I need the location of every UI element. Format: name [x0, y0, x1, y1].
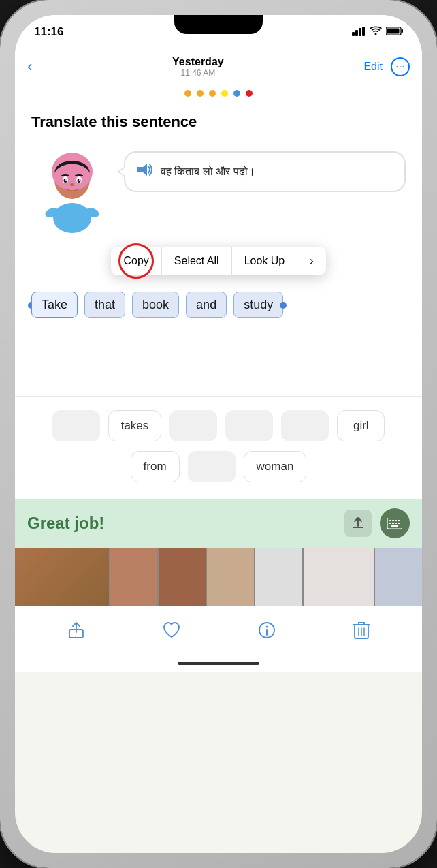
progress-dots — [15, 84, 422, 102]
option-from[interactable]: from — [131, 451, 180, 482]
back-button[interactable]: ‹ — [27, 58, 32, 76]
notch — [174, 15, 263, 34]
word-study-container: study — [233, 292, 283, 318]
edit-button[interactable]: Edit — [363, 61, 383, 73]
status-icons — [352, 26, 403, 38]
upload-button[interactable] — [344, 510, 372, 537]
copy-menu-item[interactable]: Copy — [111, 247, 161, 275]
svg-point-4 — [375, 33, 377, 35]
lesson-title: Translate this sentence — [31, 113, 406, 131]
keyboard-icon — [387, 518, 402, 529]
option-empty-5[interactable] — [188, 451, 236, 482]
more-icon: ··· — [395, 61, 404, 73]
info-button[interactable] — [258, 621, 276, 639]
success-bar: Great job! — [15, 499, 422, 548]
option-empty-2[interactable] — [169, 410, 217, 441]
svg-point-16 — [64, 179, 67, 183]
svg-rect-2 — [359, 28, 361, 36]
status-time: 11:16 — [34, 25, 63, 39]
nav-bar: ‹ Yesterday 11:46 AM Edit ··· — [15, 49, 422, 84]
share-button[interactable] — [67, 621, 85, 639]
option-girl[interactable]: girl — [337, 410, 385, 441]
svg-rect-7 — [387, 29, 400, 34]
photo-1 — [15, 548, 109, 606]
more-menu-item[interactable]: › — [297, 247, 325, 275]
context-menu-container: Copy Select All Look Up › — [26, 247, 411, 282]
svg-rect-23 — [389, 520, 391, 521]
heart-icon — [162, 621, 181, 639]
upload-icon — [351, 516, 365, 530]
svg-point-17 — [78, 179, 81, 183]
option-takes[interactable]: takes — [108, 410, 162, 441]
svg-marker-21 — [137, 164, 147, 176]
svg-rect-1 — [355, 30, 358, 36]
nav-title-main: Yesterday — [172, 56, 224, 68]
wifi-icon — [370, 26, 382, 38]
word-options-row-2: from woman — [26, 451, 411, 482]
success-actions — [344, 508, 410, 538]
svg-rect-3 — [362, 27, 365, 36]
photo-strip — [15, 548, 422, 606]
home-indicator — [15, 653, 422, 672]
photo-6 — [304, 548, 374, 606]
photo-5 — [255, 548, 302, 606]
photo-2 — [110, 548, 157, 606]
status-bar: 11:16 — [15, 15, 422, 49]
battery-icon — [386, 26, 403, 38]
dot-2 — [197, 90, 204, 97]
lesson-section: Translate this sentence — [15, 102, 422, 247]
word-that[interactable]: that — [84, 292, 125, 318]
svg-point-20 — [70, 183, 74, 186]
speech-bubble: वह किताब लो और पढ़ो। — [124, 151, 406, 192]
info-icon — [258, 621, 276, 639]
word-options-section: takes girl from woman — [15, 397, 422, 499]
more-button[interactable]: ··· — [391, 57, 410, 76]
bottom-toolbar — [15, 606, 422, 653]
select-all-menu-item[interactable]: Select All — [162, 247, 232, 275]
svg-point-18 — [65, 179, 67, 181]
dot-3 — [209, 90, 216, 97]
word-study[interactable]: study — [233, 292, 283, 318]
word-book[interactable]: book — [132, 292, 179, 318]
svg-rect-25 — [395, 520, 397, 521]
word-and[interactable]: and — [186, 292, 227, 318]
success-text: Great job! — [27, 514, 104, 533]
keyboard-button[interactable] — [380, 508, 410, 538]
svg-rect-29 — [395, 523, 397, 524]
heart-button[interactable] — [162, 621, 181, 639]
svg-rect-28 — [392, 523, 394, 524]
nav-title-sub: 11:46 AM — [172, 68, 224, 78]
dot-4 — [221, 90, 228, 97]
svg-rect-31 — [391, 525, 398, 527]
option-woman[interactable]: woman — [244, 451, 307, 482]
photo-7 — [375, 548, 422, 606]
lesson-content: वह किताब लो और पढ़ो। — [31, 144, 406, 233]
dot-1 — [184, 90, 191, 97]
trash-icon — [353, 621, 370, 640]
word-take-container: Take — [31, 292, 78, 318]
option-empty-3[interactable] — [225, 410, 273, 441]
context-menu: Copy Select All Look Up › — [111, 247, 325, 275]
home-bar — [178, 662, 259, 665]
svg-point-19 — [79, 179, 80, 181]
option-empty-4[interactable] — [281, 410, 329, 441]
word-options-row-1: takes girl — [26, 410, 411, 441]
dot-6 — [246, 90, 253, 97]
character-illustration — [31, 144, 113, 233]
phone-frame: 11:16 ‹ Yesterday 11:46 AM — [0, 0, 437, 868]
svg-rect-6 — [402, 29, 404, 33]
nav-title: Yesterday 11:46 AM — [172, 56, 224, 78]
share-icon — [67, 621, 85, 639]
svg-rect-26 — [398, 520, 400, 521]
nav-actions: Edit ··· — [363, 57, 410, 76]
right-handle — [280, 302, 287, 309]
speaker-icon[interactable] — [136, 162, 154, 181]
option-empty-1[interactable] — [52, 410, 100, 441]
look-up-menu-item[interactable]: Look Up — [232, 247, 298, 275]
context-area: Copy Select All Look Up › — [15, 247, 422, 328]
svg-point-8 — [53, 203, 91, 233]
word-take[interactable]: Take — [31, 292, 78, 318]
trash-button[interactable] — [353, 621, 370, 640]
answer-area — [15, 328, 422, 397]
svg-point-34 — [265, 625, 268, 627]
